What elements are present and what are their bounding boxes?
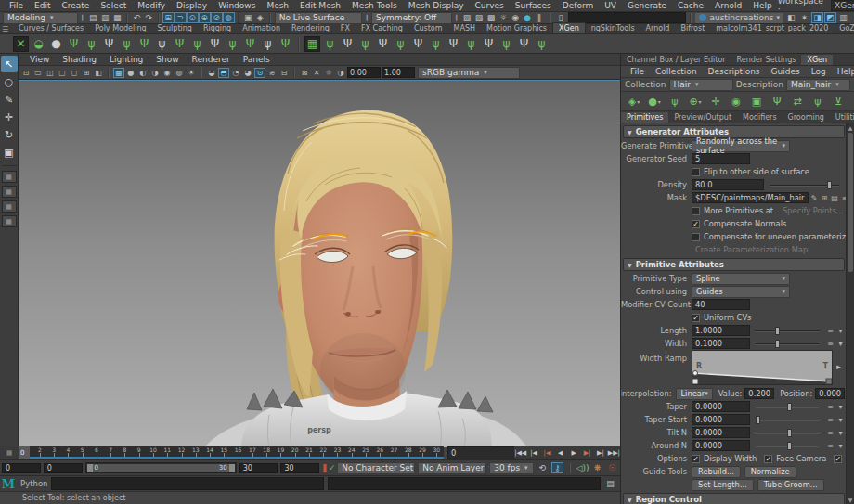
xgen-menu-file[interactable]: File	[625, 67, 650, 76]
make-live-icon[interactable]: ◍	[223, 12, 235, 23]
tool-settings-icon[interactable]: ◩	[824, 12, 836, 23]
density-field[interactable]: 80.0	[692, 179, 764, 190]
gamma-field[interactable]: 1.00	[382, 67, 415, 78]
current-time-marker[interactable]: 0	[19, 446, 30, 459]
export-selection-icon[interactable]: ψ	[84, 36, 99, 52]
camera-attributes-icon[interactable]: ◫	[45, 68, 56, 78]
command-language-label[interactable]: Python	[20, 479, 47, 488]
character-set-dropdown[interactable]: No Character Set▾	[337, 462, 415, 474]
live-surface-dropdown[interactable]: No Live Surface	[275, 12, 363, 24]
density-slider[interactable]	[770, 180, 839, 189]
ramp-position-field[interactable]: 0.000	[815, 388, 845, 399]
length-field[interactable]: 1.0000	[692, 325, 750, 336]
tube-groom-button[interactable]: Tube Groom...	[757, 479, 824, 491]
viewport-3d-view[interactable]: persp	[19, 80, 620, 447]
hypershade-icon[interactable]: ◉	[510, 12, 522, 23]
xgen-menu-help[interactable]: Help	[832, 67, 854, 76]
curves-to-guides-icon[interactable]: Ψ	[207, 36, 223, 52]
map-menu-icon[interactable]: ≡	[826, 441, 835, 450]
length-brush-icon[interactable]: ψ	[428, 36, 444, 52]
current-time-field[interactable]: 0	[447, 446, 516, 459]
menu-help[interactable]: Help	[747, 1, 778, 10]
paint-density-mask-icon[interactable]: ◒	[31, 36, 46, 52]
freeze-brush-icon[interactable]: ψ	[498, 36, 514, 52]
menu-arrow-icon[interactable]: ▾	[836, 428, 845, 437]
fps-dropdown[interactable]: 30 fps▾	[489, 462, 534, 474]
split-pane-layout-button[interactable]: ▦	[2, 200, 17, 213]
xgen-guides-grass-icon[interactable]: ψ	[810, 94, 825, 109]
width-slider[interactable]	[756, 339, 819, 348]
lock-selection-icon[interactable]: ▣	[242, 12, 254, 23]
lighting-all-icon[interactable]: ☀	[186, 68, 197, 78]
width-ramp-widget[interactable]: RT	[692, 350, 833, 385]
layered-stack-icon[interactable]: ψ	[189, 36, 205, 52]
viewport-menu-renderer[interactable]: Renderer	[187, 55, 236, 64]
menu-file[interactable]: File	[4, 1, 29, 10]
shelf-tab-motion-graphics[interactable]: Motion Graphics	[481, 23, 552, 33]
add-guide-icon[interactable]: ψ	[119, 36, 135, 52]
xgen-tab-grooming[interactable]: Grooming	[783, 112, 830, 123]
save-map-icon[interactable]: ⊞	[821, 193, 829, 202]
menu-arrow-icon[interactable]: ▾	[836, 339, 845, 348]
taper-start-slider[interactable]	[756, 415, 819, 424]
depth-of-field-icon[interactable]: ⊙	[254, 68, 265, 78]
snap-curve-icon[interactable]: ⊃	[175, 12, 187, 23]
xgen-description-menu-icon[interactable]: ◈▾	[627, 94, 641, 109]
rebuild-button[interactable]: Rebuild...	[692, 466, 741, 478]
xgen-update-preview-icon[interactable]: Ψ	[770, 94, 784, 109]
group-collapse-icon[interactable]: ❙	[79, 14, 86, 21]
mute-audio-icon[interactable]: ◁))	[576, 462, 589, 473]
shelf-tab-fx[interactable]: FX	[335, 23, 356, 33]
render-settings-icon[interactable]: ☼	[498, 12, 510, 23]
xgen-flip-guides-icon[interactable]: ⇄	[790, 94, 805, 109]
quick-render-icon[interactable]: ▨	[473, 12, 485, 23]
pause-viewport-icon[interactable]: ‖	[534, 12, 546, 23]
character-prefs-icon[interactable]: ☉	[606, 462, 618, 473]
shelf-tab-fx-caching[interactable]: FX Caching	[356, 23, 408, 33]
mirror-brush-icon[interactable]: Ψ	[516, 36, 532, 52]
bounding-box-icon[interactable]: ◐	[137, 68, 149, 78]
collection-dropdown[interactable]: Hair▾	[669, 79, 733, 91]
viewport-menu-lighting[interactable]: Lighting	[104, 55, 149, 64]
section-header-primitive-attributes[interactable]: ▼Primitive Attributes	[623, 258, 845, 271]
modifier-cv-count-field[interactable]: 40	[692, 299, 750, 310]
update-preview-icon[interactable]: Ψ	[172, 36, 188, 52]
interpolation-dropdown[interactable]: Linear▾	[676, 388, 712, 400]
paint-select-tool[interactable]: ✎	[1, 91, 18, 108]
interactive-groom-splines-icon[interactable]: ▦	[304, 36, 320, 52]
map-menu-icon[interactable]: ≡	[826, 326, 835, 335]
shelf-tab-rigging[interactable]: Rigging	[198, 23, 237, 33]
map-menu-icon[interactable]: ≡	[826, 339, 835, 348]
map-menu-icon[interactable]: ≡	[826, 428, 835, 437]
menu-modify[interactable]: Modify	[132, 1, 171, 10]
xgen-editor-icon[interactable]: ✕	[13, 36, 29, 52]
go-to-start-button[interactable]: |◀◀	[514, 447, 526, 459]
shelf-tab-animation[interactable]: Animation	[237, 23, 286, 33]
xray-icon[interactable]: ⊠	[299, 68, 310, 78]
snap-view-plane-icon[interactable]: ⊘	[211, 12, 223, 23]
length-slider[interactable]	[756, 326, 819, 335]
menu-edit-mesh[interactable]: Edit Mesh	[294, 1, 346, 10]
place-new-guide-icon[interactable]: Ψ	[101, 36, 117, 52]
shelf-tab-mash[interactable]: MASH	[448, 23, 481, 33]
panel-tab-channel-box-layer-editor[interactable]: Channel Box / Layer Editor	[621, 55, 731, 65]
convert-primitives-icon[interactable]: Ψ	[242, 36, 258, 52]
toggle-guide-display-icon[interactable]: Ψ	[136, 36, 152, 52]
2d-pan-zoom-icon[interactable]: ⊞	[81, 68, 92, 78]
script-editor-icon[interactable]: ▤	[604, 478, 616, 489]
anim-layer-dropdown[interactable]: No Anim Layer▾	[418, 462, 486, 474]
taper-slider[interactable]	[756, 402, 819, 411]
xgen-menu-log[interactable]: Log	[806, 67, 832, 76]
step-forward-key-button[interactable]: ▶|	[581, 447, 593, 459]
shelf-menu-icon[interactable]: ☰	[2, 25, 8, 33]
xray-joints-icon[interactable]: ✕	[311, 68, 322, 78]
xgen-clear-preview-icon[interactable]: ⊻	[831, 94, 846, 109]
step-forward-frame-button[interactable]: ▶|	[594, 447, 606, 459]
shelf-tab-gozbrush[interactable]: GoZBrush	[834, 23, 854, 33]
folder-icon[interactable]: ▤	[831, 193, 839, 202]
xgen-guide-visibility-icon[interactable]: ◉	[729, 94, 744, 109]
shelf-tab-poly-modeling[interactable]: Poly Modeling	[89, 23, 151, 33]
viewport-menu-shading[interactable]: Shading	[57, 55, 102, 64]
playback-start-field[interactable]: 0	[2, 463, 41, 473]
xgen-place-guides-icon[interactable]: ⊕▾	[688, 94, 703, 109]
